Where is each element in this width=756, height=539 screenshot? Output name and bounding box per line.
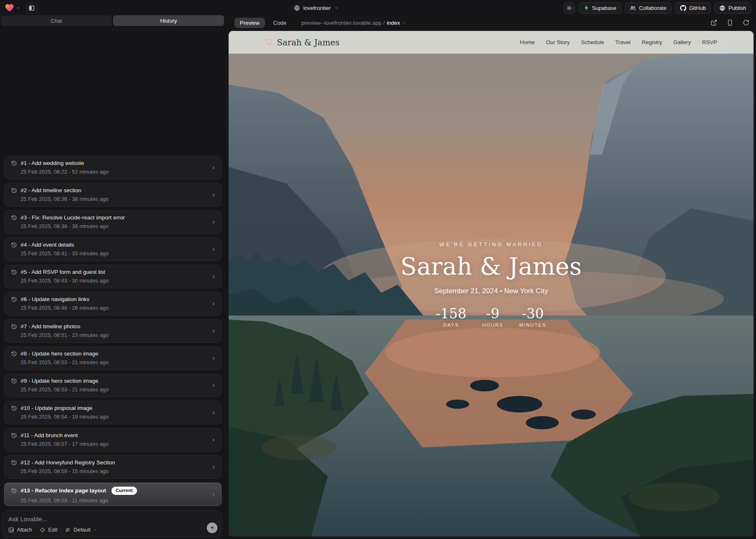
countdown-label: MINUTES: [519, 322, 546, 327]
history-item-title: #12 - Add Honeyfund Registry Section: [21, 459, 115, 466]
preview-url[interactable]: preview--lovefrontier.lovable.app / inde…: [301, 20, 406, 26]
history-restore-icon: [11, 160, 17, 166]
preview-url-page: index: [387, 20, 400, 26]
history-item[interactable]: #4 - Add event details 25 Feb 2025, 08:4…: [4, 238, 222, 261]
site-nav-link[interactable]: RSVP: [702, 39, 717, 45]
history-item-timestamp: 25 Feb 2025, 08:22 - 52 minutes ago: [21, 169, 209, 175]
globe-icon: [294, 5, 300, 11]
history-item-timestamp: 25 Feb 2025, 08:53 - 21 minutes ago: [21, 386, 209, 393]
sliders-icon: [65, 527, 71, 533]
chevron-right-icon: [211, 465, 216, 469]
current-badge: Current: [111, 487, 137, 495]
history-item-title: #10 - Update proposal image: [21, 405, 92, 411]
history-item[interactable]: #2 - Add timeline section 25 Feb 2025, 0…: [4, 183, 222, 207]
history-restore-icon: [11, 460, 17, 466]
history-item-title: #11 - Add brunch event: [21, 432, 78, 438]
history-item[interactable]: #5 - Add RSVP form and guest list 25 Feb…: [4, 265, 222, 288]
heart-icon: [265, 39, 273, 46]
chevron-down-icon: [334, 6, 338, 10]
chevron-right-icon: [211, 356, 216, 360]
history-item[interactable]: #10 - Update proposal image 25 Feb 2025,…: [4, 401, 222, 424]
history-item[interactable]: #12 - Add Honeyfund Registry Section 25 …: [4, 455, 222, 479]
site-logo[interactable]: Sarah & James: [265, 38, 340, 47]
ask-lovable-input[interactable]: [8, 515, 216, 523]
target-edit-icon: [40, 527, 45, 533]
chevron-right-icon: [211, 220, 216, 224]
site-nav-link[interactable]: Travel: [615, 39, 631, 45]
project-switcher[interactable]: lovefrontier: [294, 0, 338, 16]
history-item-timestamp: 25 Feb 2025, 08:41 - 33 minutes ago: [21, 250, 209, 257]
site-header: Sarah & James Home Our Story Schedule Tr…: [229, 31, 754, 54]
send-button[interactable]: [207, 523, 217, 533]
hero-eyebrow: WE'RE GETTING MARRIED: [229, 241, 754, 247]
chevron-right-icon: [211, 301, 216, 306]
chevron-right-icon: [211, 274, 216, 279]
countdown-column: -30 MINUTES: [519, 306, 546, 327]
site-logo-text: Sarah & James: [277, 38, 340, 47]
mobile-view-button[interactable]: [727, 19, 733, 26]
history-item-timestamp: 25 Feb 2025, 08:48 - 26 minutes ago: [21, 305, 209, 311]
users-icon: [630, 5, 636, 11]
history-item-title: #7 - Add timeline photos: [21, 323, 80, 330]
history-item-title: #13 - Refactor index page layout: [21, 487, 106, 494]
attach-button[interactable]: Attach: [8, 527, 32, 533]
countdown-value: -30: [519, 306, 546, 321]
supabase-button[interactable]: Supabase: [579, 2, 621, 14]
chevron-right-icon: [211, 438, 216, 442]
sidebar-tabs: Chat History: [1, 15, 224, 26]
tab-chat[interactable]: Chat: [1, 15, 112, 26]
history-item-timestamp: 25 Feb 2025, 09:03 - 11 minutes ago: [21, 497, 209, 504]
site-nav-link[interactable]: Schedule: [581, 39, 604, 45]
chevron-right-icon: [211, 193, 216, 197]
history-item[interactable]: #7 - Add timeline photos 25 Feb 2025, 08…: [4, 319, 222, 343]
history-restore-icon: [11, 405, 17, 411]
chevron-right-icon: [211, 383, 216, 388]
publish-button[interactable]: Publish: [714, 2, 751, 14]
history-restore-icon: [11, 433, 17, 438]
history-item[interactable]: #6 - Update navigation links 25 Feb 2025…: [4, 292, 222, 315]
supabase-bolt-icon: [584, 5, 589, 11]
site-nav-link[interactable]: Home: [520, 39, 535, 45]
history-item[interactable]: #3 - Fix: Resolve Lucide-react import er…: [4, 210, 222, 234]
hero-subtitle: September 21, 2024 • New York City: [229, 287, 754, 295]
chevron-right-icon: [211, 492, 216, 497]
history-item[interactable]: #1 - Add wedding website 25 Feb 2025, 08…: [4, 156, 222, 179]
site-nav-link[interactable]: Registry: [642, 39, 662, 45]
preview-toolbar-icons: [711, 19, 754, 26]
chevron-down-icon: [16, 6, 20, 10]
history-item-timestamp: 25 Feb 2025, 08:59 - 15 minutes ago: [21, 468, 209, 474]
refresh-button[interactable]: [743, 19, 749, 26]
history-restore-icon: [11, 297, 17, 302]
model-selector[interactable]: Default: [65, 527, 97, 533]
history-item[interactable]: #9 - Update hero section image 25 Feb 20…: [4, 374, 222, 397]
sidebar-toggle-button[interactable]: [26, 2, 37, 14]
lovable-logo-menu[interactable]: [5, 4, 20, 12]
github-button[interactable]: GitHub: [675, 2, 711, 14]
tab-code[interactable]: Code: [273, 20, 286, 26]
history-restore-icon: [11, 188, 17, 193]
external-link-icon: [711, 19, 717, 26]
site-nav: Home Our Story Schedule Travel Registry …: [520, 39, 717, 45]
history-restore-icon: [11, 351, 17, 357]
site-nav-link[interactable]: Gallery: [673, 39, 691, 45]
history-restore-icon: [11, 488, 17, 494]
history-restore-icon: [11, 378, 17, 384]
settings-button[interactable]: [564, 2, 575, 14]
open-external-button[interactable]: [711, 19, 717, 26]
history-item-title: #9 - Update hero section image: [21, 378, 98, 384]
history-item[interactable]: #11 - Add brunch event 25 Feb 2025, 08:5…: [4, 428, 222, 452]
history-item[interactable]: #13 - Refactor index page layout Current…: [4, 483, 222, 506]
history-item-title: #5 - Add RSVP form and guest list: [21, 269, 105, 275]
preview-url-base: preview--lovefrontier.lovable.app /: [301, 20, 385, 26]
smartphone-icon: [727, 19, 733, 26]
site-nav-link[interactable]: Our Story: [546, 39, 570, 45]
attach-image-icon: [8, 527, 14, 533]
edit-button[interactable]: Edit: [40, 527, 57, 533]
collaborate-button[interactable]: Collaborate: [625, 2, 671, 14]
history-item-title: #1 - Add wedding website: [21, 160, 84, 166]
tab-history[interactable]: History: [113, 15, 224, 26]
tab-preview[interactable]: Preview: [234, 18, 265, 28]
history-item[interactable]: #8 - Update hero section image 25 Feb 20…: [4, 346, 222, 370]
github-icon: [680, 5, 686, 11]
preview-viewport: Sarah & James Home Our Story Schedule Tr…: [229, 31, 754, 537]
